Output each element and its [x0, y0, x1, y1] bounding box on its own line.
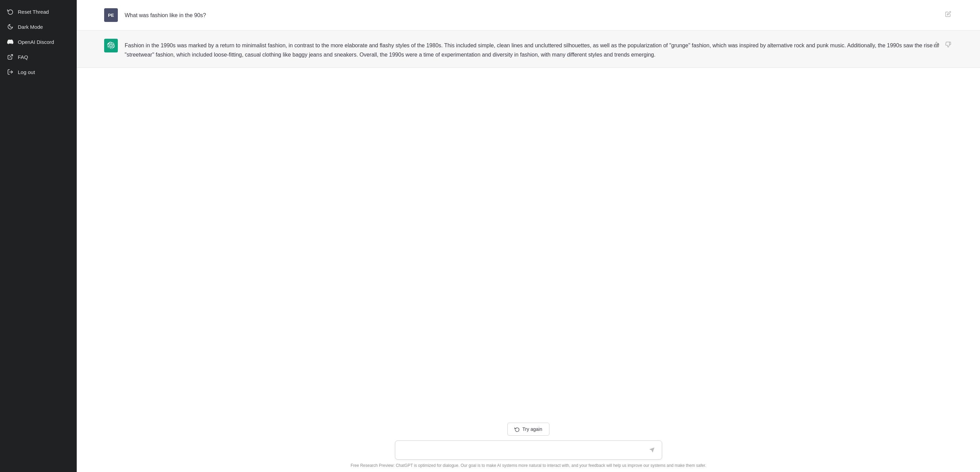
openai-logo	[107, 42, 115, 49]
external-link-icon	[7, 53, 14, 60]
empty-space	[77, 68, 980, 417]
sidebar-item-logout[interactable]: Log out	[0, 64, 77, 80]
moon-icon	[7, 23, 14, 30]
ai-message-text: Fashion in the 1990s was marked by a ret…	[125, 39, 953, 59]
bottom-area: Try again Free Research Preview: ChatGPT…	[77, 417, 980, 472]
thumbs-down-button[interactable]	[944, 40, 953, 49]
sidebar-item-reset-thread[interactable]: Reset Thread	[0, 4, 77, 19]
thumbs-up-button[interactable]	[932, 40, 941, 49]
sidebar-item-logout-label: Log out	[18, 69, 35, 75]
sidebar-item-discord[interactable]: OpenAI Discord	[0, 34, 77, 49]
ai-avatar	[104, 39, 118, 53]
svg-line-0	[10, 54, 13, 57]
user-message-text: What was fashion like in the 90s?	[125, 8, 953, 20]
sidebar-item-reset-label: Reset Thread	[18, 9, 49, 15]
main-content: PE What was fashion like in the 90s? Fas…	[77, 0, 980, 472]
try-again-button[interactable]: Try again	[507, 423, 549, 436]
edit-message-button[interactable]	[944, 10, 953, 19]
sidebar-item-dark-mode[interactable]: Dark Mode	[0, 19, 77, 34]
chat-area: PE What was fashion like in the 90s? Fas…	[77, 0, 980, 417]
chat-input[interactable]	[401, 447, 648, 453]
sidebar-item-faq-label: FAQ	[18, 54, 28, 60]
send-button[interactable]	[648, 446, 656, 454]
chat-input-row	[395, 440, 662, 460]
discord-icon	[7, 38, 14, 45]
send-icon	[649, 447, 655, 453]
sidebar-item-faq[interactable]: FAQ	[0, 49, 77, 64]
retry-icon	[514, 427, 520, 432]
logout-icon	[7, 69, 14, 75]
avatar: PE	[104, 8, 118, 22]
sidebar-item-discord-label: OpenAI Discord	[18, 39, 54, 45]
footer-text: Free Research Preview: ChatGPT is optimi…	[350, 463, 706, 468]
reset-icon	[7, 8, 14, 15]
sidebar: Reset Thread Dark Mode OpenAI Discord FA…	[0, 0, 77, 472]
ai-message-row: Fashion in the 1990s was marked by a ret…	[77, 30, 980, 68]
feedback-buttons	[932, 40, 953, 49]
user-message-row: PE What was fashion like in the 90s?	[77, 0, 980, 30]
sidebar-item-dark-mode-label: Dark Mode	[18, 24, 43, 30]
thumbs-up-icon	[934, 41, 940, 48]
edit-icon	[945, 11, 951, 17]
thumbs-down-icon	[945, 41, 951, 48]
